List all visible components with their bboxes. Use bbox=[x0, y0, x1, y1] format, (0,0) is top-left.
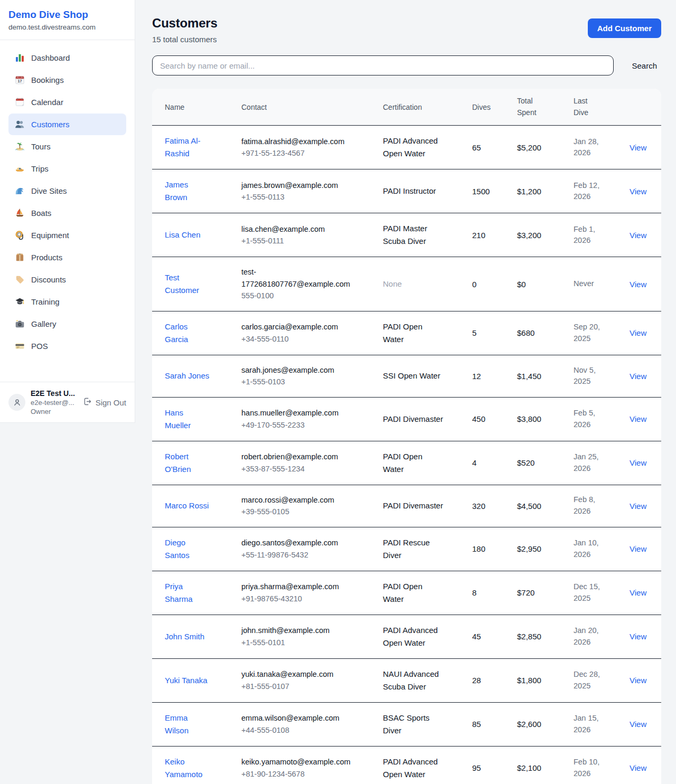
add-customer-button[interactable]: Add Customer bbox=[588, 18, 661, 38]
customer-last-dive: Feb 1, 2026 bbox=[574, 224, 607, 247]
customer-name-link[interactable]: Carlos Garcia bbox=[165, 320, 211, 346]
customer-count: 15 total customers bbox=[152, 35, 218, 44]
customer-email: emma.wilson@example.com bbox=[241, 712, 353, 724]
customer-certification: PADI Open Water bbox=[383, 320, 445, 346]
sidebar-item-gallery[interactable]: Gallery bbox=[8, 313, 126, 335]
customer-phone: +1-555-0111 bbox=[241, 235, 374, 247]
table-body: Fatima Al-Rashid fatima.alrashid@example… bbox=[152, 126, 661, 784]
customer-phone: +49-170-555-2233 bbox=[241, 419, 374, 431]
sidebar-item-dive-sites[interactable]: Dive Sites bbox=[8, 180, 126, 202]
customer-total-spent: $3,200 bbox=[517, 213, 574, 257]
customer-last-dive: Feb 10, 2026 bbox=[574, 757, 607, 780]
customer-certification: SSI Open Water bbox=[383, 370, 445, 382]
customer-last-dive: Dec 15, 2025 bbox=[574, 581, 607, 604]
view-link[interactable]: View bbox=[630, 143, 646, 152]
sidebar-item-discounts[interactable]: Discounts bbox=[8, 269, 126, 290]
customer-email: carlos.garcia@example.com bbox=[241, 321, 353, 333]
sidebar-item-trips[interactable]: Trips bbox=[8, 158, 126, 180]
view-link[interactable]: View bbox=[630, 414, 646, 423]
customer-certification: PADI Advanced Open Water bbox=[383, 135, 445, 160]
sidebar-item-equipment[interactable]: Equipment bbox=[8, 224, 126, 246]
page-title: Customers bbox=[152, 16, 218, 31]
customer-certification: PADI Rescue Diver bbox=[383, 536, 445, 562]
sidebar-item-dashboard[interactable]: Dashboard bbox=[8, 47, 126, 69]
view-link[interactable]: View bbox=[630, 632, 646, 641]
customer-name-link[interactable]: Sarah Jones bbox=[165, 370, 209, 382]
sidebar-item-customers[interactable]: Customers bbox=[8, 114, 126, 135]
view-link[interactable]: View bbox=[630, 763, 646, 772]
customer-dives: 85 bbox=[472, 702, 517, 746]
customer-phone: +55-11-99876-5432 bbox=[241, 549, 374, 561]
customer-phone: +971-55-123-4567 bbox=[241, 147, 374, 159]
customer-name-link[interactable]: Emma Wilson bbox=[165, 712, 211, 737]
sidebar-item-tours[interactable]: Tours bbox=[8, 136, 126, 157]
user-info: E2E Test U... e2e-tester@... Owner bbox=[31, 389, 78, 415]
customer-dives: 12 bbox=[472, 355, 517, 397]
customer-total-spent: $4,500 bbox=[517, 485, 574, 527]
customer-name-link[interactable]: Marco Rossi bbox=[165, 499, 209, 512]
customer-last-dive: Feb 12, 2026 bbox=[574, 180, 607, 203]
view-link[interactable]: View bbox=[630, 328, 646, 337]
equipment-icon bbox=[15, 230, 25, 240]
view-link[interactable]: View bbox=[630, 588, 646, 597]
customer-last-dive: Nov 5, 2025 bbox=[574, 365, 607, 388]
svg-text:17: 17 bbox=[18, 79, 22, 83]
customer-name-link[interactable]: James Brown bbox=[165, 178, 211, 204]
customer-name-link[interactable]: Robert O'Brien bbox=[165, 450, 211, 476]
search-button[interactable]: Search bbox=[627, 59, 661, 72]
view-link[interactable]: View bbox=[630, 720, 646, 729]
view-link[interactable]: View bbox=[630, 544, 646, 553]
customer-total-spent: $680 bbox=[517, 311, 574, 355]
customer-name-link[interactable]: Lisa Chen bbox=[165, 229, 201, 241]
sidebar-item-bookings[interactable]: 17 Bookings bbox=[8, 69, 126, 91]
customer-total-spent: $2,100 bbox=[517, 746, 574, 784]
sidebar-item-calendar[interactable]: Calendar bbox=[8, 91, 126, 113]
customer-total-spent: $1,800 bbox=[517, 658, 574, 702]
customer-email: hans.mueller@example.com bbox=[241, 407, 353, 419]
view-link[interactable]: View bbox=[630, 458, 646, 467]
table-row: Diego Santos diego.santos@example.com +5… bbox=[152, 527, 661, 571]
view-link[interactable]: View bbox=[630, 280, 646, 289]
sidebar-item-products[interactable]: Products bbox=[8, 247, 126, 268]
view-link[interactable]: View bbox=[630, 676, 646, 685]
customer-name-link[interactable]: John Smith bbox=[165, 630, 204, 643]
search-input[interactable] bbox=[152, 55, 614, 75]
customer-email: sarah.jones@example.com bbox=[241, 364, 353, 376]
training-icon bbox=[15, 297, 25, 307]
view-link[interactable]: View bbox=[630, 372, 646, 381]
customer-dives: 4 bbox=[472, 441, 517, 485]
table-row: Lisa Chen lisa.chen@example.com +1-555-0… bbox=[152, 213, 661, 257]
customer-name-link[interactable]: Yuki Tanaka bbox=[165, 674, 208, 687]
sidebar-item-pos[interactable]: POS bbox=[8, 335, 126, 357]
sidebar-header: Demo Dive Shop demo.test.divestreams.com bbox=[0, 0, 135, 40]
customer-total-spent: $520 bbox=[517, 441, 574, 485]
customer-phone: 555-0100 bbox=[241, 290, 374, 301]
customer-dives: 180 bbox=[472, 527, 517, 571]
customer-certification: PADI Divemaster bbox=[383, 499, 445, 512]
customer-name-link[interactable]: Fatima Al-Rashid bbox=[165, 135, 211, 160]
sidebar-user-section: E2E Test U... e2e-tester@... Owner Sign … bbox=[0, 382, 135, 422]
column-header-total-spent: Total Spent bbox=[517, 89, 574, 126]
customer-dives: 5 bbox=[472, 311, 517, 355]
view-link[interactable]: View bbox=[630, 187, 646, 196]
customer-phone: +81-90-1234-5678 bbox=[241, 768, 374, 780]
boats-icon bbox=[15, 208, 25, 218]
column-header-dives: Dives bbox=[472, 89, 517, 126]
sidebar-item-training[interactable]: Training bbox=[8, 291, 126, 313]
customer-email: test-1772681807767@example.com bbox=[241, 266, 353, 290]
customer-total-spent: $2,950 bbox=[517, 527, 574, 571]
customer-name-link[interactable]: Diego Santos bbox=[165, 536, 211, 562]
customer-phone: +81-555-0107 bbox=[241, 681, 374, 692]
customer-name-link[interactable]: Keiko Yamamoto bbox=[165, 755, 211, 781]
table-row: Hans Mueller hans.mueller@example.com +4… bbox=[152, 397, 661, 441]
products-icon bbox=[15, 252, 25, 262]
view-link[interactable]: View bbox=[630, 231, 646, 240]
sign-out-button[interactable]: Sign Out bbox=[83, 397, 126, 408]
view-link[interactable]: View bbox=[630, 502, 646, 511]
sidebar-item-boats[interactable]: Boats bbox=[8, 202, 126, 224]
customer-name-link[interactable]: Test Customer bbox=[165, 271, 211, 297]
shop-name[interactable]: Demo Dive Shop bbox=[8, 9, 126, 21]
customer-phone: +34-555-0110 bbox=[241, 333, 374, 345]
customer-name-link[interactable]: Priya Sharma bbox=[165, 580, 211, 606]
customer-name-link[interactable]: Hans Mueller bbox=[165, 407, 211, 432]
